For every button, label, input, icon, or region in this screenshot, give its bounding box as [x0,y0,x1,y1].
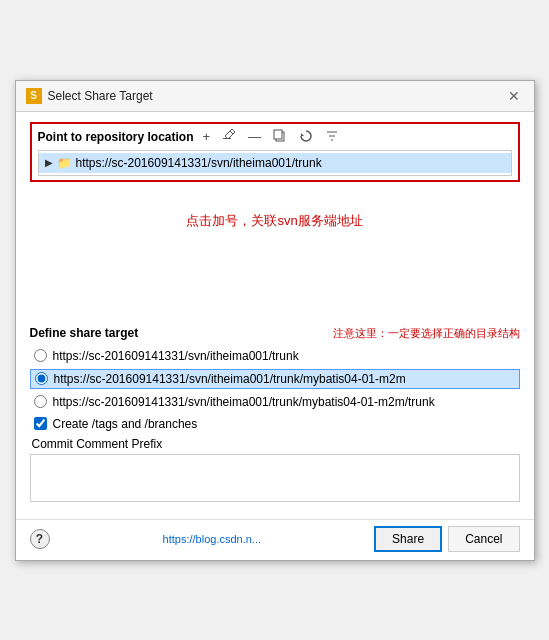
hint-text: 点击加号，关联svn服务端地址 [186,212,362,230]
filter-icon [325,129,339,143]
refresh-icon [299,129,313,143]
footer-link[interactable]: https://blog.csdn.n... [163,533,261,545]
dialog-title: Select Share Target [48,89,153,103]
close-button[interactable]: ✕ [504,87,524,105]
svg-marker-5 [301,133,304,136]
cancel-button[interactable]: Cancel [448,526,519,552]
radio-group: https://sc-201609141331/svn/itheima001/t… [30,347,520,411]
repo-tree-item[interactable]: ▶ 📁 https://sc-201609141331/svn/itheima0… [39,153,511,173]
remove-repo-button[interactable]: — [245,129,264,144]
repo-section-label: Point to repository location [38,130,194,144]
hint-area: 点击加号，关联svn服务端地址 [30,192,520,322]
folder-icon: 📁 [57,156,72,170]
repo-header: Point to repository location + — [38,128,512,146]
commit-comment-textarea[interactable] [30,454,520,502]
filter-repo-button[interactable] [322,128,342,146]
commit-comment-label: Commit Comment Prefix [30,437,520,451]
svg-rect-4 [274,130,282,139]
tree-expand-arrow: ▶ [45,157,53,168]
svg-line-2 [230,131,233,134]
dialog-footer: ? https://blog.csdn.n... Share Cancel [16,519,534,560]
notice-text: 注意这里：一定要选择正确的目录结构 [333,326,520,341]
repo-tree-url: https://sc-201609141331/svn/itheima001/t… [76,156,322,170]
help-button[interactable]: ? [30,529,50,549]
select-share-target-dialog: S Select Share Target ✕ Point to reposit… [15,80,535,561]
footer-buttons: Share Cancel [374,526,519,552]
share-section: Define share target 注意这里：一定要选择正确的目录结构 ht… [30,326,520,505]
radio-opt3[interactable] [34,395,47,408]
add-repo-button[interactable]: + [200,129,214,144]
repo-tree: ▶ 📁 https://sc-201609141331/svn/itheima0… [38,150,512,176]
checkbox-label: Create /tags and /branches [53,417,198,431]
repo-section: Point to repository location + — ▶ [30,122,520,182]
copy-repo-button[interactable] [270,128,290,146]
title-bar-left: S Select Share Target [26,88,153,104]
dialog-body: Point to repository location + — ▶ [16,112,534,513]
radio-opt1[interactable] [34,349,47,362]
share-button[interactable]: Share [374,526,442,552]
edit-icon [222,129,236,143]
copy-icon [273,129,287,143]
radio-label-2: https://sc-201609141331/svn/itheima001/t… [54,372,406,386]
radio-item-1[interactable]: https://sc-201609141331/svn/itheima001/t… [30,347,520,365]
share-section-label: Define share target [30,326,139,340]
radio-opt2[interactable] [35,372,48,385]
create-tags-branches-checkbox[interactable] [34,417,47,430]
dialog-icon: S [26,88,42,104]
share-section-header: Define share target 注意这里：一定要选择正确的目录结构 [30,326,520,341]
edit-repo-button[interactable] [219,128,239,146]
title-bar: S Select Share Target ✕ [16,81,534,112]
radio-item-2[interactable]: https://sc-201609141331/svn/itheima001/t… [30,369,520,389]
refresh-repo-button[interactable] [296,128,316,146]
checkbox-row[interactable]: Create /tags and /branches [30,417,520,431]
radio-item-3[interactable]: https://sc-201609141331/svn/itheima001/t… [30,393,520,411]
radio-label-3: https://sc-201609141331/svn/itheima001/t… [53,395,435,409]
radio-label-1: https://sc-201609141331/svn/itheima001/t… [53,349,299,363]
svg-marker-1 [225,129,235,139]
